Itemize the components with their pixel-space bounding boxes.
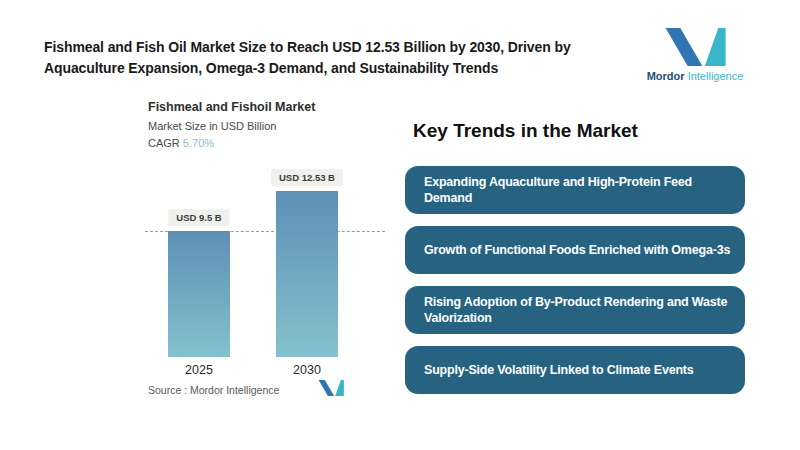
cagr-value: 5.70% — [183, 137, 214, 149]
trend-box: Growth of Functional Foods Enriched with… — [405, 226, 745, 274]
chart-header: Fishmeal and Fishoil Market Market Size … — [148, 100, 315, 149]
cagr-label: CAGR — [148, 137, 183, 149]
key-trends-panel: Key Trends in the Market Expanding Aquac… — [405, 118, 745, 406]
brand-wordmark: Mordor Intelligence — [647, 70, 744, 82]
trend-box: Supply-Side Volatility Linked to Climate… — [405, 346, 745, 394]
page-title: Fishmeal and Fish Oil Market Size to Rea… — [44, 37, 664, 79]
bar-category-label: 2030 — [276, 363, 338, 377]
mordor-m-mark-small-icon — [318, 380, 344, 400]
trend-box: Rising Adoption of By-Product Rendering … — [405, 286, 745, 334]
trend-label: Rising Adoption of By-Product Rendering … — [424, 294, 733, 327]
brand-name-secondary: Intelligence — [688, 70, 744, 82]
bar-category-label: 2025 — [168, 363, 230, 377]
trend-label: Supply-Side Volatility Linked to Climate… — [424, 362, 694, 378]
trend-list: Expanding Aquaculture and High-Protein F… — [405, 166, 745, 394]
chart-cagr: CAGR 5.70% — [148, 137, 315, 149]
source-row: Source : Mordor Intelligence — [148, 380, 344, 400]
bar — [276, 191, 338, 357]
bar-value-label: USD 9.5 B — [168, 209, 229, 226]
page-title-line2: Aquaculture Expansion, Omega-3 Demand, a… — [44, 58, 664, 79]
source-text: Source : Mordor Intelligence — [148, 384, 279, 396]
chart-subtitle: Market Size in USD Billion — [148, 120, 315, 132]
trends-heading: Key Trends in the Market — [413, 118, 745, 144]
mordor-m-mark-icon — [664, 28, 726, 66]
brand-logo: Mordor Intelligence — [643, 28, 747, 82]
bar-plot: USD 9.5 B 2025 USD 12.53 B 2030 — [145, 160, 385, 357]
trend-box: Expanding Aquaculture and High-Protein F… — [405, 166, 745, 214]
page-title-line1: Fishmeal and Fish Oil Market Size to Rea… — [44, 37, 664, 58]
chart-title: Fishmeal and Fishoil Market — [148, 100, 315, 114]
bar — [168, 231, 230, 357]
trend-label: Expanding Aquaculture and High-Protein F… — [424, 174, 733, 207]
infographic-page: Fishmeal and Fish Oil Market Size to Rea… — [0, 0, 800, 450]
bar-group: USD 12.53 B 2030 — [276, 160, 338, 357]
brand-name-primary: Mordor — [647, 70, 685, 82]
bar-chart: USD 9.5 B 2025 USD 12.53 B 2030 — [145, 160, 385, 357]
bar-value-label: USD 12.53 B — [271, 169, 343, 186]
trend-label: Growth of Functional Foods Enriched with… — [424, 242, 730, 258]
bar-group: USD 9.5 B 2025 — [168, 160, 230, 357]
